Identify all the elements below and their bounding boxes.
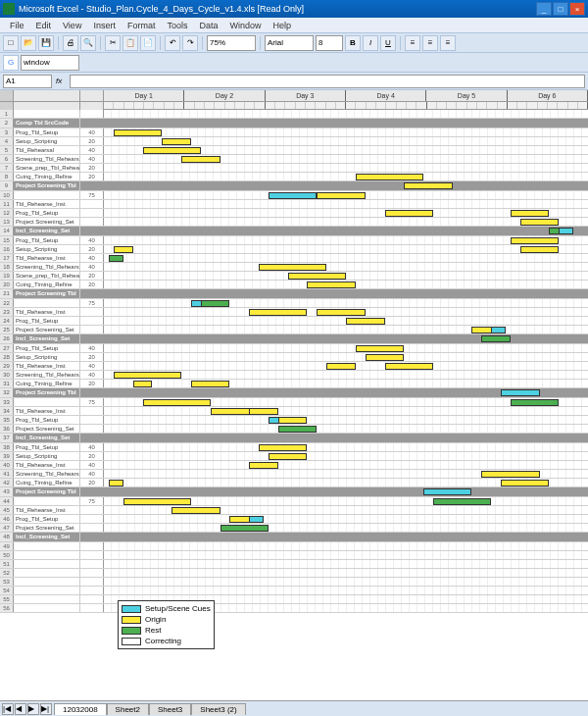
task-name-cell[interactable]: Incl_Screening_Set	[14, 227, 80, 235]
formula-bar[interactable]	[70, 75, 585, 88]
table-row[interactable]: 3375	[0, 398, 588, 407]
task-name-cell[interactable]	[14, 398, 80, 406]
row-number[interactable]: 30	[0, 371, 14, 379]
menu-edit[interactable]: Edit	[30, 21, 58, 30]
duration-cell[interactable]	[80, 181, 104, 190]
row-number[interactable]: 35	[0, 416, 14, 424]
task-name-cell[interactable]: Project Screening_Set	[14, 218, 80, 226]
gantt-area[interactable]	[104, 542, 588, 550]
gantt-bar[interactable]	[172, 507, 220, 514]
table-row[interactable]: 6Screening_Tbl_Rehears40	[0, 155, 588, 164]
close-button[interactable]: ×	[569, 2, 585, 16]
task-name-cell[interactable]	[14, 587, 80, 594]
task-name-cell[interactable]: Cuing_Timing_Refine	[14, 173, 80, 180]
gantt-bar[interactable]	[511, 399, 559, 406]
gantt-bar[interactable]	[346, 318, 385, 325]
gantt-area[interactable]	[104, 245, 588, 253]
table-row[interactable]: 13Project Screening_Set	[0, 218, 588, 227]
duration-cell[interactable]	[80, 487, 104, 496]
table-row[interactable]: 1075	[0, 191, 588, 200]
gantt-bar[interactable]	[520, 219, 560, 226]
row-number[interactable]: 39	[0, 452, 14, 460]
table-row[interactable]: 23Tbl_Rehearse_Inst	[0, 308, 588, 317]
gantt-bar[interactable]	[326, 363, 356, 370]
table-row[interactable]: 9Project Screening Tbl	[0, 181, 588, 191]
row-number[interactable]: 34	[0, 407, 14, 415]
row-number[interactable]: 18	[0, 263, 14, 271]
duration-cell[interactable]: 20	[80, 353, 104, 361]
copy-button[interactable]: 📋	[122, 35, 138, 51]
task-name-cell[interactable]: Prog_Tbl_Setup	[14, 317, 80, 325]
gantt-area[interactable]	[104, 164, 588, 172]
row-number[interactable]: 6	[0, 155, 14, 163]
gantt-bar[interactable]	[520, 246, 560, 253]
row-number[interactable]: 44	[0, 497, 14, 505]
row-number[interactable]: 5	[0, 146, 14, 154]
task-name-cell[interactable]: Tbl_Rehearse_Inst	[14, 308, 80, 316]
task-name-cell[interactable]: Screening_Tbl_Rehears	[14, 470, 80, 478]
gantt-area[interactable]	[104, 416, 588, 424]
table-row[interactable]: 52	[0, 569, 588, 578]
italic-button[interactable]: I	[363, 35, 378, 51]
table-row[interactable]: 14Incl_Screening_Set	[0, 227, 588, 236]
table-row[interactable]: 55	[0, 595, 588, 604]
task-name-cell[interactable]: Incl_Screening_Set	[14, 434, 80, 442]
task-name-cell[interactable]: Project Screening Tbl	[14, 388, 80, 397]
table-row[interactable]: 20Cuing_Timing_Refine20	[0, 281, 588, 289]
sheet-tab[interactable]: Sheet3	[149, 703, 191, 715]
task-name-cell[interactable]: Tbl_Rehearsal	[14, 146, 80, 154]
duration-cell[interactable]	[80, 119, 104, 128]
duration-cell[interactable]	[80, 560, 104, 568]
duration-cell[interactable]	[80, 604, 104, 612]
gantt-area[interactable]	[104, 119, 588, 128]
table-row[interactable]: 49	[0, 542, 588, 551]
row-number[interactable]: 16	[0, 245, 14, 253]
gantt-area[interactable]	[104, 497, 588, 505]
duration-cell[interactable]: 40	[80, 344, 104, 352]
sheet-tab[interactable]: Sheet3 (2)	[191, 703, 245, 715]
gantt-area[interactable]	[104, 560, 588, 568]
row-number[interactable]: 3	[0, 128, 14, 136]
duration-cell[interactable]	[80, 515, 104, 523]
table-row[interactable]: 5Tbl_Rehearsal40	[0, 146, 588, 155]
table-row[interactable]: 39Setup_Scripting20	[0, 452, 588, 461]
gantt-area[interactable]	[104, 425, 588, 433]
task-name-cell[interactable]	[14, 497, 80, 505]
duration-cell[interactable]	[80, 334, 104, 343]
row-number[interactable]: 25	[0, 326, 14, 333]
duration-cell[interactable]	[80, 578, 104, 586]
table-row[interactable]: 19Scene_prep_Tbl_Rehears20	[0, 272, 588, 281]
table-row[interactable]: 46Prog_Tbl_Setup	[0, 515, 588, 524]
duration-cell[interactable]	[80, 209, 104, 217]
task-name-cell[interactable]: Project Screening_Set	[14, 425, 80, 433]
duration-cell[interactable]: 20	[80, 380, 104, 387]
row-number[interactable]: 14	[0, 227, 14, 235]
task-name-cell[interactable]: Tbl_Rehearse_Inst	[14, 362, 80, 370]
task-name-cell[interactable]: Prog_Tbl_Setup	[14, 416, 80, 424]
duration-cell[interactable]: 20	[80, 245, 104, 253]
tab-last-button[interactable]: ▶|	[40, 703, 52, 715]
duration-cell[interactable]: 20	[80, 164, 104, 172]
gantt-area[interactable]	[104, 191, 588, 199]
duration-cell[interactable]	[80, 524, 104, 532]
gantt-area[interactable]	[104, 146, 588, 154]
task-name-cell[interactable]: Scene_prep_Tbl_Rehears	[14, 272, 80, 280]
table-row[interactable]: 12Prog_Tbl_Setup	[0, 209, 588, 218]
gantt-area[interactable]	[104, 506, 588, 514]
task-name-cell[interactable]: Tbl_Rehearse_Inst	[14, 461, 80, 469]
duration-cell[interactable]: 75	[80, 497, 104, 505]
task-name-cell[interactable]: Project Screening Tbl	[14, 289, 80, 298]
task-name-cell[interactable]: Incl_Screening_Set	[14, 533, 80, 541]
gantt-area[interactable]	[104, 524, 588, 532]
task-name-cell[interactable]: Prog_Tbl_Setup	[14, 236, 80, 244]
duration-cell[interactable]	[80, 542, 104, 550]
gantt-bar[interactable]	[366, 354, 405, 361]
duration-cell[interactable]	[80, 218, 104, 226]
align-left-button[interactable]: ≡	[405, 35, 420, 51]
table-row[interactable]: 30Screening_Tbl_Rehears40	[0, 371, 588, 380]
table-row[interactable]: 50	[0, 551, 588, 560]
minimize-button[interactable]: _	[536, 2, 552, 16]
row-number[interactable]: 48	[0, 533, 14, 541]
duration-cell[interactable]	[80, 110, 104, 118]
duration-cell[interactable]	[80, 407, 104, 415]
